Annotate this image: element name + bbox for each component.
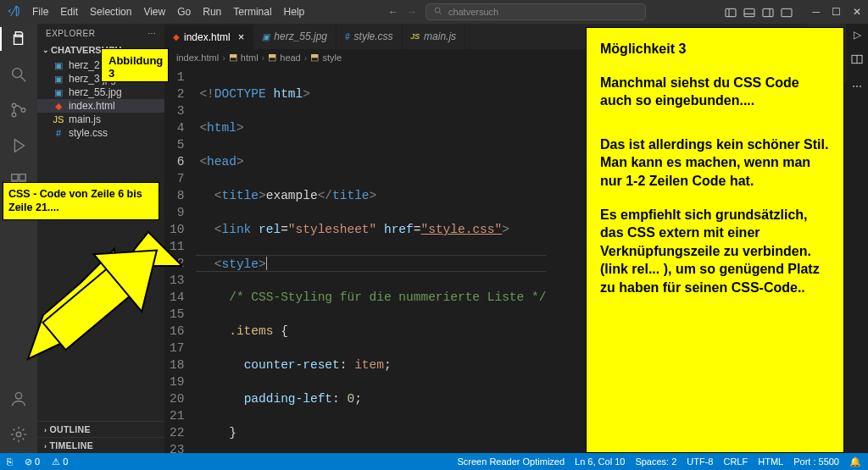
- editor-actions: ▷ ⋯: [846, 24, 868, 453]
- file-item[interactable]: ▣herz_55.jpg: [37, 86, 164, 99]
- nav-back-icon[interactable]: ←: [388, 6, 398, 18]
- status-port[interactable]: Port : 5500: [793, 456, 839, 467]
- menu-help[interactable]: Help: [279, 4, 310, 19]
- status-eol[interactable]: CRLF: [723, 456, 748, 467]
- title-bar: File Edit Selection View Go Run Terminal…: [0, 0, 868, 24]
- status-spaces[interactable]: Spaces: 2: [635, 456, 676, 467]
- svg-point-5: [13, 69, 22, 78]
- split-icon[interactable]: [850, 53, 864, 69]
- status-remote-icon[interactable]: ⎘: [7, 456, 13, 467]
- file-label: index.html: [69, 100, 115, 112]
- breadcrumb-item[interactable]: html: [241, 53, 259, 63]
- status-errors[interactable]: ⊘ 0: [25, 456, 40, 467]
- timeline-section[interactable]: › TIMELINE: [37, 437, 164, 453]
- chevron-right-icon: ›: [222, 53, 225, 63]
- menu-view[interactable]: View: [138, 4, 170, 19]
- file-label: herz_55.jpg: [69, 86, 122, 98]
- image-icon: ▣: [262, 32, 270, 41]
- menu-terminal[interactable]: Terminal: [228, 4, 276, 19]
- tab-herz-55[interactable]: ▣herz_55.jpg: [253, 24, 337, 49]
- annotation-title: Möglichkeit 3: [600, 40, 830, 58]
- layout-bottom-icon[interactable]: [743, 6, 754, 18]
- chevron-right-icon: ›: [44, 442, 47, 451]
- window-minimize-icon[interactable]: ─: [812, 6, 820, 18]
- annotation-p2: Das ist allerdings kein schöner Stil. Ma…: [600, 135, 830, 191]
- status-bell-icon[interactable]: 🔔: [849, 456, 861, 467]
- js-icon: JS: [411, 32, 420, 41]
- layout-full-icon[interactable]: [780, 6, 792, 18]
- status-lang[interactable]: HTML: [758, 456, 783, 467]
- layout-right-icon[interactable]: [761, 6, 773, 18]
- tab-index-html[interactable]: ◆index.html×: [164, 24, 253, 49]
- html-icon: ◆: [173, 32, 180, 41]
- js-icon: JS: [53, 113, 64, 125]
- command-center[interactable]: chatversuch: [426, 3, 646, 20]
- window-maximize-icon[interactable]: ☐: [832, 6, 841, 18]
- search-icon: [433, 6, 443, 18]
- file-item[interactable]: #style.css: [37, 126, 164, 140]
- activity-search-icon[interactable]: [8, 64, 29, 85]
- chevron-down-icon: ⌄: [42, 46, 49, 54]
- svg-point-0: [435, 8, 440, 13]
- css-icon: #: [53, 127, 64, 139]
- file-label: style.css: [69, 127, 108, 139]
- outline-section[interactable]: › OUTLINE: [37, 421, 164, 437]
- status-encoding[interactable]: UTF-8: [687, 456, 713, 467]
- breadcrumb-item[interactable]: head: [280, 53, 300, 63]
- image-icon: ▣: [53, 86, 64, 98]
- more-icon[interactable]: ⋯: [852, 80, 862, 92]
- menu-file[interactable]: File: [27, 4, 53, 19]
- image-icon: ▣: [53, 73, 64, 85]
- tab-label: main.js: [424, 30, 456, 42]
- vscode-logo-icon: [7, 4, 20, 20]
- main-menu: File Edit Selection View Go Run Terminal…: [27, 4, 309, 19]
- chevron-right-icon: ›: [262, 53, 265, 63]
- menu-run[interactable]: Run: [198, 4, 226, 19]
- menu-go[interactable]: Go: [172, 4, 196, 19]
- svg-rect-2: [744, 8, 754, 16]
- breadcrumb-item[interactable]: index.html: [176, 53, 219, 63]
- status-bar: ⎘ ⊘ 0 ⚠ 0 Screen Reader Optimized Ln 6, …: [0, 453, 868, 470]
- file-item[interactable]: JSmain.js: [37, 113, 164, 126]
- annotation-arrow-icon: [13, 215, 182, 379]
- file-label: main.js: [69, 113, 101, 125]
- search-placeholder: chatversuch: [448, 7, 498, 17]
- menu-edit[interactable]: Edit: [55, 4, 83, 19]
- menu-selection[interactable]: Selection: [85, 4, 136, 19]
- explorer-title: EXPLORER: [46, 29, 95, 38]
- activity-scm-icon[interactable]: [8, 100, 29, 120]
- outline-label: OUTLINE: [50, 424, 91, 434]
- layout-side-icon[interactable]: [724, 6, 736, 18]
- activity-explorer-icon[interactable]: [8, 29, 29, 49]
- status-screen-reader[interactable]: Screen Reader Optimized: [458, 456, 565, 467]
- status-warnings[interactable]: ⚠ 0: [52, 456, 68, 467]
- close-icon[interactable]: ×: [238, 30, 245, 43]
- code-content[interactable]: <!DOCTYPE html> <html> <head> <title>exa…: [196, 66, 546, 453]
- explorer-more-icon[interactable]: ⋯: [147, 29, 157, 38]
- activity-account-icon[interactable]: [8, 389, 29, 409]
- svg-rect-1: [726, 8, 736, 16]
- tab-main-js[interactable]: JSmain.js: [403, 24, 466, 49]
- svg-point-6: [12, 103, 16, 108]
- annotation-p3: Es empfiehlt sich grundsätzlich, das CSS…: [600, 206, 830, 297]
- html-icon: ◆: [53, 100, 64, 112]
- nav-forward-icon[interactable]: →: [407, 6, 417, 18]
- annotation-abbildung: Abbildung 3: [101, 48, 169, 82]
- activity-settings-icon[interactable]: [8, 424, 29, 445]
- file-item[interactable]: ◆index.html: [37, 99, 164, 113]
- run-icon[interactable]: ▷: [854, 29, 861, 41]
- tab-label: herz_55.jpg: [274, 30, 327, 42]
- status-ln-col[interactable]: Ln 6, Col 10: [575, 456, 625, 467]
- svg-point-7: [12, 113, 16, 117]
- chevron-right-icon: ›: [304, 53, 308, 63]
- window-close-icon[interactable]: ✕: [853, 6, 861, 18]
- annotation-p1: Manchmal siehst du CSS Code auch so eing…: [600, 74, 830, 110]
- activity-debug-icon[interactable]: [8, 135, 29, 156]
- timeline-label: TIMELINE: [50, 440, 93, 451]
- svg-rect-9: [12, 174, 18, 180]
- tab-style-css[interactable]: #style.css: [337, 24, 403, 49]
- svg-point-13: [15, 393, 21, 399]
- breadcrumb-item[interactable]: style: [322, 53, 342, 63]
- chevron-right-icon: ›: [44, 426, 47, 434]
- svg-rect-4: [782, 8, 792, 16]
